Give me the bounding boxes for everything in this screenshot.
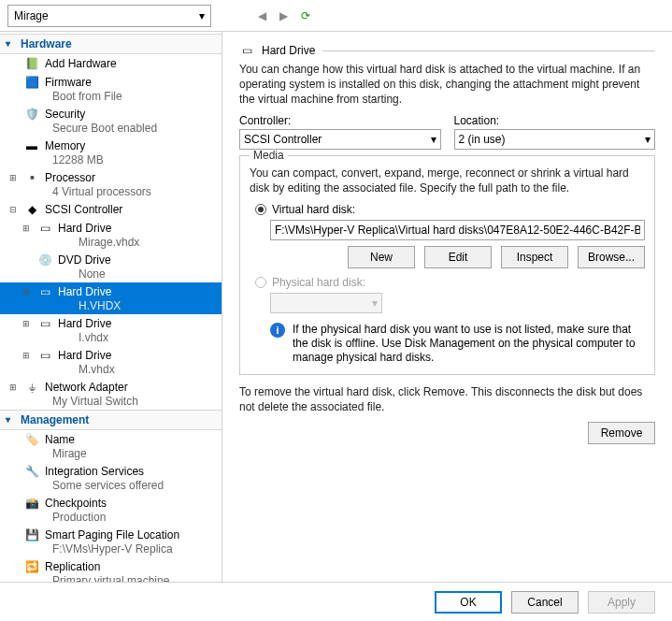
dvd-icon: 💿 <box>37 253 52 267</box>
disk-icon: ▭ <box>37 284 52 299</box>
paging-icon: 💾 <box>24 527 39 542</box>
cpu-icon: ▪️ <box>24 170 39 185</box>
physical-radio: Physical hard disk: <box>255 276 645 289</box>
new-button[interactable]: New <box>348 246 415 268</box>
footer: OK Cancel Apply <box>0 582 672 621</box>
nav-icons: ◀ ▶ ⟳ <box>258 9 310 22</box>
integration-icon: 🔧 <box>24 464 39 479</box>
topbar: Mirage ▾ ◀ ▶ ⟳ <box>0 0 672 32</box>
disk-icon: ▭ <box>37 221 52 236</box>
shield-icon: 🛡️ <box>24 107 39 122</box>
controller-select[interactable]: SCSI Controller▾ <box>239 129 441 150</box>
sidebar-item-replication[interactable]: +🔁Replication Primary virtual machine <box>0 557 222 582</box>
radio-icon <box>255 277 266 288</box>
sidebar-item-firmware[interactable]: +🟦Firmware Boot from File <box>0 73 222 105</box>
media-group: Media You can compact, convert, expand, … <box>239 155 655 375</box>
disk-icon: ▭ <box>37 316 52 331</box>
sidebar-item-add-hardware[interactable]: +📗Add Hardware <box>0 54 222 73</box>
chevron-down-icon: ▾ <box>431 133 436 146</box>
expand-icon[interactable]: ⊞ <box>7 383 19 392</box>
physical-disk-select: ▾ <box>270 293 382 313</box>
sidebar-item-processor[interactable]: ⊞▪️Processor 4 Virtual processors <box>0 168 222 200</box>
sidebar-item-dvd[interactable]: +💿DVD Drive None <box>0 251 222 282</box>
chevron-down-icon: ▾ <box>645 133 651 146</box>
vhd-path-input[interactable] <box>270 220 645 240</box>
sidebar-item-hd1[interactable]: ⊞▭Hard Drive Mirage.vhdx <box>0 219 222 251</box>
back-icon[interactable]: ◀ <box>258 9 266 22</box>
controller-label: Controller: <box>239 114 441 127</box>
remove-button[interactable]: Remove <box>588 422 655 444</box>
ok-button[interactable]: OK <box>435 591 502 614</box>
add-hardware-icon: 📗 <box>24 56 39 71</box>
cancel-button[interactable]: Cancel <box>511 591 579 614</box>
sidebar-item-hd3[interactable]: ⊞▭Hard Drive I.vhdx <box>0 314 222 346</box>
refresh-icon[interactable]: ⟳ <box>301 9 310 22</box>
disk-icon: ▭ <box>37 348 52 363</box>
chevron-down-icon: ▾ <box>199 9 205 22</box>
location-label: Location: <box>454 114 656 127</box>
info-icon: i <box>270 323 285 338</box>
sidebar-item-name[interactable]: +🏷️Name Mirage <box>0 430 222 462</box>
page-title: Hard Drive <box>262 44 315 57</box>
section-management[interactable]: Management <box>0 410 222 430</box>
inspect-button[interactable]: Inspect <box>501 246 568 268</box>
sidebar-item-checkpoints[interactable]: +📸Checkpoints Production <box>0 494 222 526</box>
expand-icon[interactable]: ⊞ <box>7 173 19 182</box>
name-icon: 🏷️ <box>24 432 39 447</box>
replication-icon: 🔁 <box>24 559 39 574</box>
network-icon: ⏚ <box>24 380 39 395</box>
sidebar: Hardware +📗Add Hardware +🟦Firmware Boot … <box>0 32 222 582</box>
memory-icon: ▬ <box>24 138 39 153</box>
vm-name: Mirage <box>14 9 49 22</box>
firmware-icon: 🟦 <box>24 75 39 90</box>
divider <box>322 51 655 51</box>
checkpoint-icon: 📸 <box>24 496 39 511</box>
radio-icon <box>255 204 266 215</box>
sidebar-item-hd2[interactable]: ⊞▭Hard Drive H.VHDX <box>0 282 222 314</box>
section-hardware[interactable]: Hardware <box>0 34 222 54</box>
sidebar-item-scsi[interactable]: ⊟◆SCSI Controller <box>0 200 222 219</box>
sidebar-item-security[interactable]: +🛡️Security Secure Boot enabled <box>0 105 222 137</box>
edit-button[interactable]: Edit <box>424 246 492 268</box>
expand-icon[interactable]: ⊞ <box>21 224 32 233</box>
sidebar-item-hd4[interactable]: ⊞▭Hard Drive M.vhdx <box>0 346 222 378</box>
disk-icon: ▭ <box>239 43 254 58</box>
expand-icon[interactable]: ⊞ <box>21 319 32 328</box>
forward-icon[interactable]: ▶ <box>279 9 288 22</box>
chevron-down-icon: ▾ <box>372 296 378 310</box>
media-desc: You can compact, convert, expand, merge,… <box>250 166 645 195</box>
controller-icon: ◆ <box>24 202 39 217</box>
sidebar-item-network[interactable]: ⊞⏚Network Adapter My Virtual Switch <box>0 378 222 410</box>
physical-info-text: If the physical hard disk you want to us… <box>293 323 645 365</box>
sidebar-item-memory[interactable]: +▬Memory 12288 MB <box>0 137 222 168</box>
vm-selector[interactable]: Mirage ▾ <box>7 5 211 27</box>
sidebar-item-smartpaging[interactable]: +💾Smart Paging File Location F:\VMs\Hype… <box>0 526 222 557</box>
vhd-radio[interactable]: Virtual hard disk: <box>255 203 645 216</box>
expand-icon[interactable]: ⊞ <box>21 351 32 360</box>
content-pane: ▭ Hard Drive You can change how this vir… <box>222 32 672 582</box>
expand-icon[interactable]: ⊞ <box>21 287 32 296</box>
location-select[interactable]: 2 (in use)▾ <box>454 129 656 150</box>
apply-button: Apply <box>588 591 655 614</box>
sidebar-item-integration[interactable]: +🔧Integration Services Some services off… <box>0 462 222 494</box>
intro-text: You can change how this virtual hard dis… <box>239 62 655 107</box>
browse-button[interactable]: Browse... <box>578 246 645 268</box>
media-legend: Media <box>250 149 288 162</box>
remove-desc: To remove the virtual hard disk, click R… <box>239 384 655 414</box>
collapse-icon[interactable]: ⊟ <box>7 205 19 214</box>
